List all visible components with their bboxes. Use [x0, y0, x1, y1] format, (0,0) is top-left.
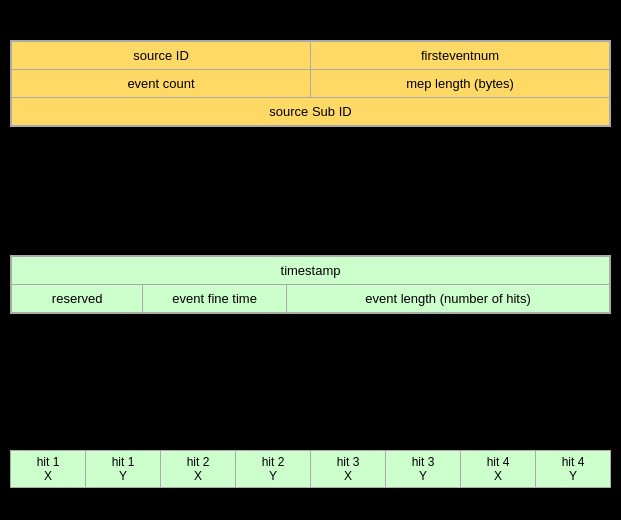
table-row: source ID firsteventnum	[11, 41, 610, 70]
hit-cell-8: hit 4 Y	[536, 451, 611, 488]
hit-y: Y	[419, 469, 427, 483]
reserved-cell: reserved	[11, 285, 143, 314]
bottom-section: hit 1 X hit 1 Y hit 2 X hit 2 Y hit 3	[10, 450, 611, 488]
event-length-cell: event length (number of hits)	[287, 285, 610, 314]
hit-cell-4: hit 2 Y	[236, 451, 311, 488]
hit-y: Y	[119, 469, 127, 483]
hit-label: hit 1	[112, 455, 135, 469]
hit-cell-6: hit 3 Y	[386, 451, 461, 488]
middle-table: timestamp reserved event fine time event…	[10, 255, 611, 314]
table-row: timestamp	[11, 256, 610, 285]
hit-label: hit 4	[562, 455, 585, 469]
hit-label: hit 2	[262, 455, 285, 469]
hit-cell-7: hit 4 X	[461, 451, 536, 488]
hit-y: Y	[569, 469, 577, 483]
table-row: reserved event fine time event length (n…	[11, 285, 610, 314]
middle-section: timestamp reserved event fine time event…	[10, 255, 611, 314]
hit-label: hit 4	[487, 455, 510, 469]
timestamp-cell: timestamp	[11, 256, 610, 285]
hit-label: hit 3	[412, 455, 435, 469]
hit-label: hit 1	[37, 455, 60, 469]
firsteventnum-cell: firsteventnum	[311, 41, 611, 70]
source-sub-id-cell: source Sub ID	[11, 98, 610, 127]
table-row: event count mep length (bytes)	[11, 70, 610, 98]
hit-cell-2: hit 1 Y	[86, 451, 161, 488]
hit-cell-1: hit 1 X	[11, 451, 86, 488]
hits-table: hit 1 X hit 1 Y hit 2 X hit 2 Y hit 3	[10, 450, 611, 488]
hit-x: X	[344, 469, 352, 483]
hit-x: X	[194, 469, 202, 483]
hit-label: hit 2	[187, 455, 210, 469]
top-table: source ID firsteventnum event count mep …	[10, 40, 611, 127]
table-row: hit 1 X hit 1 Y hit 2 X hit 2 Y hit 3	[11, 451, 611, 488]
mep-length-cell: mep length (bytes)	[311, 70, 611, 98]
table-row: source Sub ID	[11, 98, 610, 127]
event-fine-time-cell: event fine time	[143, 285, 287, 314]
source-id-cell: source ID	[11, 41, 311, 70]
event-count-cell: event count	[11, 70, 311, 98]
diagram-container: source ID firsteventnum event count mep …	[0, 0, 621, 520]
hit-x: X	[44, 469, 52, 483]
hit-x: X	[494, 469, 502, 483]
hit-cell-3: hit 2 X	[161, 451, 236, 488]
hit-label: hit 3	[337, 455, 360, 469]
hit-cell-5: hit 3 X	[311, 451, 386, 488]
top-section: source ID firsteventnum event count mep …	[10, 40, 611, 127]
hit-y: Y	[269, 469, 277, 483]
